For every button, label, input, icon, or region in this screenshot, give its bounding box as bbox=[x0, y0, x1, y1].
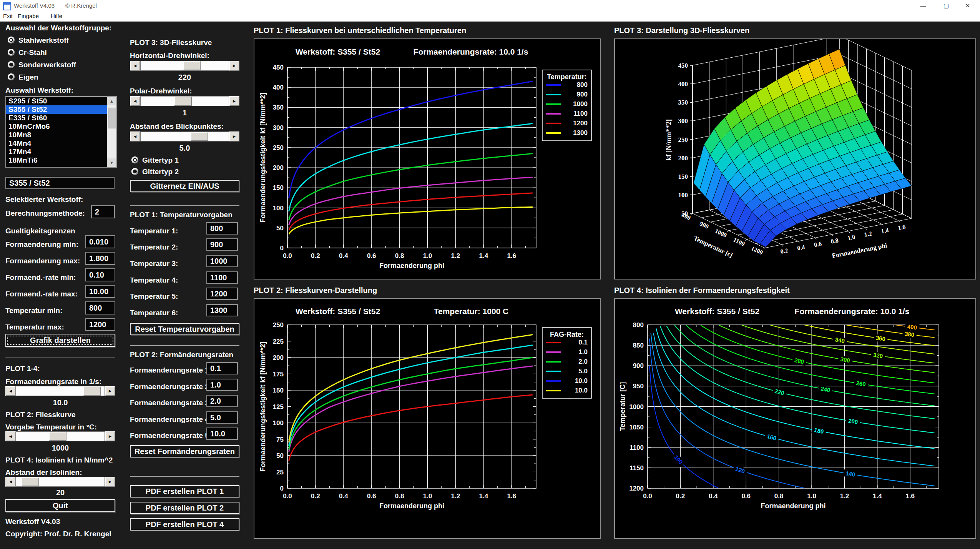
radio-gittertyp-2[interactable]: Gittertyp 2 bbox=[131, 168, 228, 176]
svg-text:1150: 1150 bbox=[630, 464, 644, 472]
pdf-plot4-button[interactable]: PDF erstellen PLOT 4 bbox=[130, 518, 239, 531]
slider-left-arrow-icon[interactable]: ◄ bbox=[5, 477, 16, 487]
temperatur-5-field[interactable] bbox=[206, 288, 238, 300]
svg-text:160: 160 bbox=[766, 433, 777, 442]
slider-left-arrow-icon[interactable]: ◄ bbox=[5, 386, 16, 396]
scroll-up-icon[interactable]: ▲ bbox=[107, 97, 116, 105]
list-item[interactable]: 18MnTi6 bbox=[6, 156, 107, 165]
svg-text:1.4: 1.4 bbox=[479, 252, 488, 260]
temp-slider[interactable]: ◄ ► bbox=[5, 431, 115, 441]
horizontal-angle-slider[interactable]: ◄ ► bbox=[130, 61, 239, 71]
radio-gittertyp-1[interactable]: Gittertyp 1 bbox=[131, 156, 228, 165]
plot1-header: PLOT 1: Fliesskurven bei unterschiedlich… bbox=[254, 26, 466, 35]
slider-right-arrow-icon[interactable]: ► bbox=[105, 431, 115, 441]
radio-stahlwerkstoff[interactable]: Stahlwerkstoff bbox=[8, 36, 104, 45]
list-item[interactable]: 10MnCrMo6 bbox=[6, 122, 107, 131]
slider-track[interactable] bbox=[140, 96, 229, 106]
rate-1-field[interactable] bbox=[206, 362, 238, 374]
svg-text:1300: 1300 bbox=[573, 129, 588, 136]
rate-2-field[interactable] bbox=[206, 379, 238, 391]
slider-thumb[interactable] bbox=[83, 386, 101, 396]
rate-slider[interactable]: ◄ ► bbox=[5, 386, 115, 396]
maximize-icon[interactable]: ▢ bbox=[935, 0, 957, 12]
scroll-thumb[interactable] bbox=[108, 108, 116, 128]
svg-text:300: 300 bbox=[678, 117, 688, 125]
temp-min-field[interactable] bbox=[85, 301, 115, 314]
method-field[interactable] bbox=[91, 205, 115, 218]
iso-slider[interactable]: ◄ ► bbox=[5, 477, 115, 487]
svg-text:0.4: 0.4 bbox=[339, 492, 348, 500]
list-item[interactable]: 14Mn4 bbox=[6, 139, 107, 148]
list-item[interactable]: E335 / St60 bbox=[6, 114, 107, 122]
reset-rates-button[interactable]: Reset Formänderungsraten bbox=[130, 445, 239, 458]
rate-row-label: Formaenderungsrate 5: bbox=[130, 431, 211, 440]
svg-text:0.8: 0.8 bbox=[395, 492, 404, 500]
temp-max-field[interactable] bbox=[85, 318, 115, 331]
selected-material-label: Selektierter Werkstoff: bbox=[5, 195, 83, 204]
svg-text:175: 175 bbox=[273, 371, 284, 378]
gitternetz-button[interactable]: Gitternetz EIN/AUS bbox=[130, 180, 239, 192]
slider-right-arrow-icon[interactable]: ► bbox=[105, 477, 115, 487]
slider-track[interactable] bbox=[16, 431, 105, 441]
rate-5-field[interactable] bbox=[206, 428, 238, 440]
rate-max-field[interactable] bbox=[85, 285, 115, 298]
temperatur-1-field[interactable] bbox=[206, 222, 238, 235]
temperatur-4-field[interactable] bbox=[206, 271, 238, 284]
slider-right-arrow-icon[interactable]: ► bbox=[229, 131, 239, 141]
scroll-down-icon[interactable]: ▼ bbox=[107, 158, 116, 167]
menu-hilfe[interactable]: Hilfe bbox=[51, 13, 62, 19]
formaenderung-min-field[interactable] bbox=[85, 235, 115, 248]
slider-left-arrow-icon[interactable]: ◄ bbox=[130, 96, 140, 106]
slider-thumb[interactable] bbox=[191, 132, 208, 141]
slider-left-arrow-icon[interactable]: ◄ bbox=[5, 431, 16, 441]
list-item[interactable]: 10Mn8 bbox=[6, 131, 107, 139]
material-listbox[interactable]: S295 / St50 S355 / St52 E335 / St60 10Mn… bbox=[5, 96, 117, 168]
list-item-selected[interactable]: S355 / St52 bbox=[6, 105, 107, 114]
quit-button[interactable]: Quit bbox=[5, 499, 115, 512]
svg-text:0: 0 bbox=[280, 485, 284, 492]
slider-thumb[interactable] bbox=[174, 96, 192, 106]
svg-text:1.2: 1.2 bbox=[840, 492, 849, 500]
svg-text:850: 850 bbox=[633, 342, 644, 349]
slider-track[interactable] bbox=[16, 477, 105, 487]
slider-right-arrow-icon[interactable]: ► bbox=[229, 96, 239, 106]
close-icon[interactable]: ✕ bbox=[957, 0, 978, 12]
slider-right-arrow-icon[interactable]: ► bbox=[105, 386, 115, 396]
list-item[interactable]: 17Mn4 bbox=[6, 148, 107, 156]
svg-text:200: 200 bbox=[273, 164, 284, 171]
list-item[interactable]: S295 / St50 bbox=[6, 97, 107, 105]
slider-left-arrow-icon[interactable]: ◄ bbox=[130, 61, 140, 71]
temperatur-2-field[interactable] bbox=[206, 238, 238, 251]
svg-text:1.6: 1.6 bbox=[507, 492, 516, 500]
temperatur-6-field[interactable] bbox=[206, 304, 238, 316]
rate-3-field[interactable] bbox=[206, 395, 238, 407]
slider-track[interactable] bbox=[140, 131, 229, 141]
menu-exit[interactable]: Exit bbox=[3, 13, 13, 19]
slider-track[interactable] bbox=[16, 386, 105, 396]
radio-eigen[interactable]: Eigen bbox=[8, 73, 104, 82]
polar-angle-slider[interactable]: ◄ ► bbox=[130, 96, 239, 106]
slider-right-arrow-icon[interactable]: ► bbox=[229, 61, 239, 71]
grafik-darstellen-button[interactable]: Grafik darstellen bbox=[5, 334, 115, 347]
slider-thumb[interactable] bbox=[49, 432, 66, 441]
svg-text:1100: 1100 bbox=[630, 444, 644, 451]
rate-4-field[interactable] bbox=[206, 411, 238, 424]
list-scrollbar[interactable]: ▲ ▼ bbox=[107, 97, 116, 167]
menu-eingabe[interactable]: Eingabe bbox=[18, 13, 39, 19]
viewpoint-distance-slider[interactable]: ◄ ► bbox=[130, 131, 239, 141]
reset-temps-button[interactable]: Reset Temperaturvorgaben bbox=[130, 323, 239, 335]
slider-thumb[interactable] bbox=[22, 477, 39, 486]
radio-cr-stahl[interactable]: Cr-Stahl bbox=[8, 48, 104, 57]
selected-material-field[interactable] bbox=[5, 177, 115, 189]
temperatur-3-field[interactable] bbox=[206, 255, 238, 267]
radio-sonderwerkstoff[interactable]: Sonderwerkstoff bbox=[8, 61, 104, 69]
slider-left-arrow-icon[interactable]: ◄ bbox=[130, 131, 140, 141]
pdf-plot2-button[interactable]: PDF erstellen PLOT 2 bbox=[130, 502, 239, 514]
slider-thumb[interactable] bbox=[183, 61, 201, 70]
formaenderung-max-field[interactable] bbox=[85, 252, 115, 265]
minimize-icon[interactable]: — bbox=[912, 0, 934, 12]
rate-min-field[interactable] bbox=[85, 268, 115, 281]
slider-track[interactable] bbox=[140, 61, 229, 71]
svg-text:75: 75 bbox=[276, 436, 284, 443]
pdf-plot1-button[interactable]: PDF erstellen PLOT 1 bbox=[130, 485, 239, 497]
